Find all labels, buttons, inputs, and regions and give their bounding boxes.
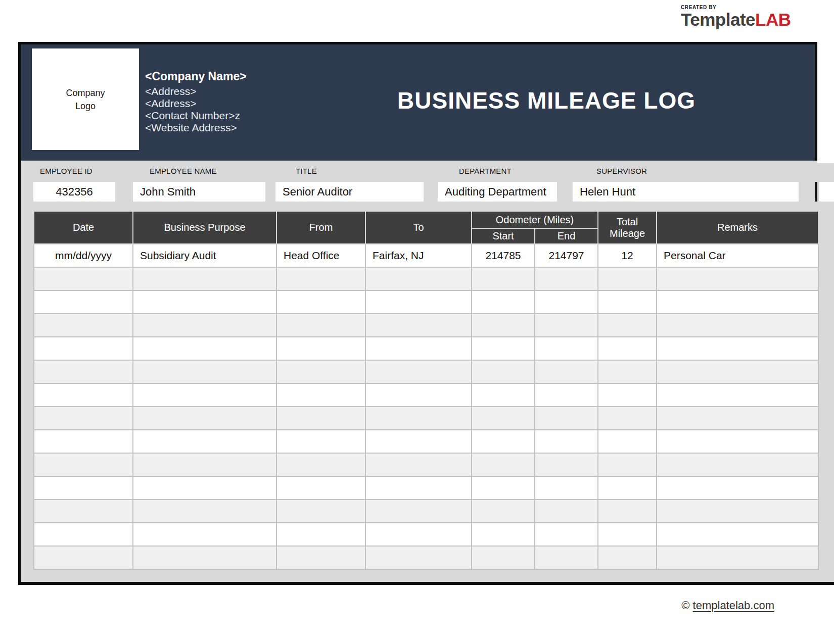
- cell-date[interactable]: [34, 546, 133, 569]
- cell-from[interactable]: [276, 523, 365, 546]
- cell-start[interactable]: [472, 453, 535, 476]
- cell-date[interactable]: [34, 476, 133, 500]
- cell-remarks[interactable]: [657, 476, 818, 500]
- contact-number-placeholder[interactable]: <Contact Number>z: [145, 110, 247, 122]
- cell-total[interactable]: [598, 430, 657, 453]
- cell-from[interactable]: [276, 337, 365, 360]
- cell-date[interactable]: [34, 383, 133, 407]
- cell-end[interactable]: [535, 337, 598, 360]
- employee-name-field[interactable]: John Smith: [133, 182, 265, 202]
- cell-to[interactable]: [365, 500, 472, 523]
- cell-from[interactable]: [276, 453, 365, 476]
- cell-start[interactable]: 214785: [472, 244, 535, 267]
- cell-purpose[interactable]: [133, 267, 276, 290]
- cell-remarks[interactable]: [657, 407, 818, 430]
- cell-end[interactable]: 214797: [535, 244, 598, 267]
- cell-from[interactable]: [276, 430, 365, 453]
- cell-to[interactable]: [365, 290, 472, 314]
- cell-total[interactable]: [598, 546, 657, 569]
- cell-end[interactable]: [535, 407, 598, 430]
- cell-date[interactable]: [34, 360, 133, 383]
- cell-end[interactable]: [535, 523, 598, 546]
- cell-purpose[interactable]: Subsidiary Audit: [133, 244, 276, 267]
- cell-from[interactable]: [276, 476, 365, 500]
- cell-to[interactable]: [365, 407, 472, 430]
- cell-total[interactable]: [598, 360, 657, 383]
- cell-remarks[interactable]: [657, 360, 818, 383]
- cell-purpose[interactable]: [133, 453, 276, 476]
- cell-remarks[interactable]: [657, 314, 818, 337]
- cell-total[interactable]: [598, 476, 657, 500]
- cell-total[interactable]: [598, 383, 657, 407]
- cell-from[interactable]: Head Office: [276, 244, 365, 267]
- cell-start[interactable]: [472, 407, 535, 430]
- cell-from[interactable]: [276, 314, 365, 337]
- cell-purpose[interactable]: [133, 383, 276, 407]
- cell-date[interactable]: [34, 453, 133, 476]
- cell-purpose[interactable]: [133, 430, 276, 453]
- cell-start[interactable]: [472, 500, 535, 523]
- cell-end[interactable]: [535, 267, 598, 290]
- cell-date[interactable]: [34, 290, 133, 314]
- cell-to[interactable]: [365, 337, 472, 360]
- cell-total[interactable]: [598, 500, 657, 523]
- cell-remarks[interactable]: [657, 430, 818, 453]
- cell-date[interactable]: [34, 337, 133, 360]
- cell-to[interactable]: [365, 546, 472, 569]
- cell-remarks[interactable]: [657, 290, 818, 314]
- employee-id-field[interactable]: 432356: [33, 182, 115, 202]
- cell-date[interactable]: mm/dd/yyyy: [34, 244, 133, 267]
- title-field[interactable]: Senior Auditor: [275, 182, 424, 202]
- cell-remarks[interactable]: [657, 500, 818, 523]
- cell-purpose[interactable]: [133, 407, 276, 430]
- cell-remarks[interactable]: [657, 383, 818, 407]
- cell-start[interactable]: [472, 290, 535, 314]
- cell-to[interactable]: Fairfax, NJ: [365, 244, 472, 267]
- cell-date[interactable]: [34, 523, 133, 546]
- cell-to[interactable]: [365, 267, 472, 290]
- website-placeholder[interactable]: <Website Address>: [145, 122, 247, 134]
- cell-total[interactable]: [598, 523, 657, 546]
- cell-end[interactable]: [535, 546, 598, 569]
- cell-start[interactable]: [472, 337, 535, 360]
- cell-purpose[interactable]: [133, 476, 276, 500]
- cell-from[interactable]: [276, 500, 365, 523]
- cell-end[interactable]: [535, 314, 598, 337]
- templatelab-link[interactable]: templatelab.com: [693, 599, 774, 612]
- cell-from[interactable]: [276, 290, 365, 314]
- cell-from[interactable]: [276, 267, 365, 290]
- cell-date[interactable]: [34, 267, 133, 290]
- cell-from[interactable]: [276, 383, 365, 407]
- supervisor-field[interactable]: Helen Hunt: [573, 182, 799, 202]
- cell-end[interactable]: [535, 383, 598, 407]
- cell-total[interactable]: [598, 337, 657, 360]
- cell-total[interactable]: 12: [598, 244, 657, 267]
- cell-remarks[interactable]: [657, 453, 818, 476]
- cell-start[interactable]: [472, 314, 535, 337]
- cell-purpose[interactable]: [133, 546, 276, 569]
- cell-to[interactable]: [365, 360, 472, 383]
- address-placeholder-2[interactable]: <Address>: [145, 97, 247, 110]
- cell-end[interactable]: [535, 430, 598, 453]
- cell-end[interactable]: [535, 500, 598, 523]
- cell-to[interactable]: [365, 453, 472, 476]
- cell-to[interactable]: [365, 383, 472, 407]
- cell-remarks[interactable]: Personal Car: [657, 244, 818, 267]
- company-logo-placeholder[interactable]: Company Logo: [32, 48, 139, 150]
- cell-start[interactable]: [472, 430, 535, 453]
- cell-end[interactable]: [535, 290, 598, 314]
- cell-start[interactable]: [472, 476, 535, 500]
- cell-start[interactable]: [472, 383, 535, 407]
- cell-to[interactable]: [365, 476, 472, 500]
- cell-to[interactable]: [365, 430, 472, 453]
- cell-from[interactable]: [276, 546, 365, 569]
- cell-end[interactable]: [535, 453, 598, 476]
- cell-date[interactable]: [34, 407, 133, 430]
- cell-remarks[interactable]: [657, 267, 818, 290]
- cell-purpose[interactable]: [133, 337, 276, 360]
- cell-total[interactable]: [598, 453, 657, 476]
- cell-start[interactable]: [472, 360, 535, 383]
- cell-start[interactable]: [472, 546, 535, 569]
- cell-total[interactable]: [598, 407, 657, 430]
- cell-purpose[interactable]: [133, 360, 276, 383]
